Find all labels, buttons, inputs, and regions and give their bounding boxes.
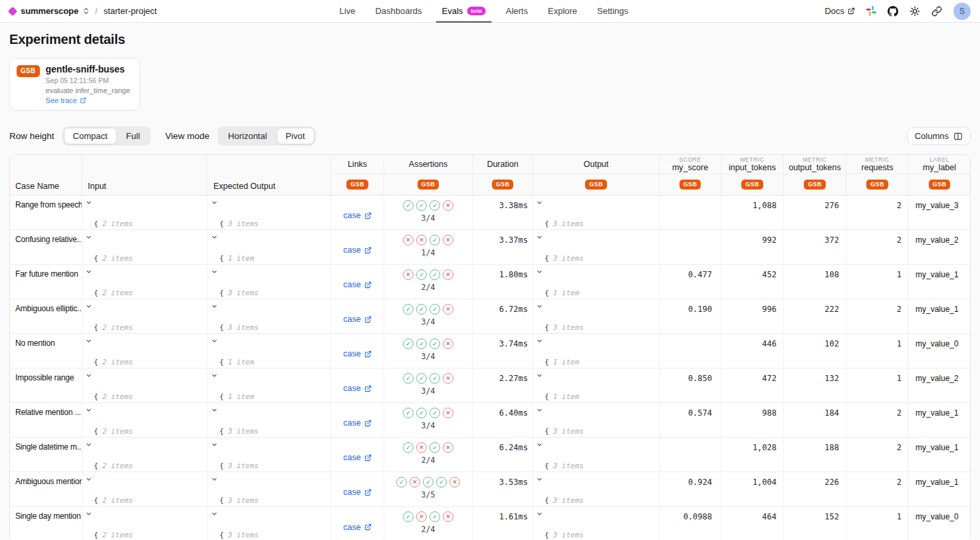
tab-dashboards[interactable]: Dashboards — [366, 0, 430, 22]
assertion-fail-icon: ✕ — [443, 511, 453, 522]
case-link[interactable]: case — [343, 444, 371, 472]
assertion-icons: ✓✕✓✕ — [403, 442, 453, 453]
table-row[interactable]: Confusing relative... {2 items "prompt":… — [10, 230, 970, 265]
case-link[interactable]: case — [343, 305, 371, 333]
tab-live[interactable]: Live — [331, 0, 364, 22]
page-title: Experiment details — [9, 32, 971, 47]
chevron-down-icon[interactable] — [537, 476, 545, 506]
table-toolbar: Row height Compact Full View mode Horizo… — [9, 126, 971, 146]
chevron-down-icon[interactable] — [211, 407, 219, 437]
case-link[interactable]: case — [343, 340, 371, 368]
see-trace-link[interactable]: See trace — [46, 96, 130, 104]
column-header-duration[interactable]: Duration GSB — [473, 155, 533, 195]
case-link[interactable]: case — [343, 271, 371, 299]
columns-button[interactable]: Columns — [907, 127, 971, 145]
case-link[interactable]: case — [343, 409, 371, 437]
docs-link[interactable]: Docs — [824, 6, 855, 16]
tab-settings[interactable]: Settings — [588, 0, 637, 22]
case-link[interactable]: case — [343, 374, 371, 402]
github-button[interactable] — [888, 6, 898, 17]
table-row[interactable]: Ambiguous elliptic... {2 items "prompt":… — [10, 299, 970, 334]
case-link[interactable]: case — [343, 513, 371, 540]
table-row[interactable]: No mention {2 items "prompt": "Show me s… — [10, 334, 970, 368]
chevron-down-icon[interactable] — [86, 200, 94, 229]
column-header-input-tokens[interactable]: METRICinput_tokens GSB — [721, 155, 784, 195]
chevron-down-icon[interactable] — [86, 303, 94, 333]
column-header-expected-output[interactable]: Expected Output — [208, 155, 331, 195]
column-header-output-tokens[interactable]: METRICoutput_tokens GSB — [784, 155, 846, 195]
table-row[interactable]: Impossible range {2 items "prompt": "Che… — [10, 368, 970, 403]
assertion-fraction: 1/4 — [422, 248, 435, 257]
project-name[interactable]: starter-project — [104, 6, 157, 16]
view-mode-horizontal[interactable]: Horizontal — [219, 128, 277, 144]
column-header-my-label[interactable]: LABELmy_label GSB — [909, 155, 970, 195]
column-header-input[interactable]: Input — [82, 155, 208, 195]
external-link-icon — [364, 212, 372, 219]
chevron-down-icon[interactable] — [86, 511, 94, 540]
column-header-my-score[interactable]: SCOREmy_score GSB — [660, 155, 721, 195]
chevron-down-icon[interactable] — [211, 303, 219, 333]
chevron-down-icon[interactable] — [86, 476, 94, 506]
chevron-down-icon[interactable] — [211, 511, 219, 540]
chevron-down-icon[interactable] — [211, 338, 219, 368]
case-link[interactable]: case — [343, 478, 371, 506]
chevron-down-icon[interactable] — [537, 338, 545, 368]
chevron-down-icon[interactable] — [86, 442, 94, 472]
org-selector-icon[interactable] — [83, 7, 89, 15]
expected-output-cell: {3 items "min_timestamp_with_offset" 10-… — [208, 472, 331, 506]
chevron-down-icon[interactable] — [211, 442, 219, 472]
chevron-down-icon[interactable] — [211, 269, 219, 299]
table-row[interactable]: Single day mention {2 items "prompt": "I… — [10, 507, 970, 540]
row-height-full[interactable]: Full — [117, 128, 150, 144]
chevron-down-icon[interactable] — [537, 511, 545, 540]
assertion-pass-icon: ✓ — [403, 373, 414, 384]
case-link[interactable]: case — [343, 202, 371, 229]
chevron-down-icon[interactable] — [86, 269, 94, 299]
row-height-compact[interactable]: Compact — [64, 128, 117, 144]
assertion-pass-icon: ✓ — [403, 338, 414, 349]
column-header-requests[interactable]: METRICrequests GSB — [846, 155, 909, 195]
experiment-card[interactable]: GSB gentle-sniff-buses Sep 05 12:11:56 P… — [9, 58, 140, 110]
table-row[interactable]: Single datetime m... {2 items "prompt": … — [10, 438, 970, 472]
chevron-down-icon[interactable] — [537, 407, 545, 437]
theme-toggle-button[interactable] — [910, 6, 920, 17]
view-mode-pivot[interactable]: Pivot — [277, 128, 314, 144]
table-row[interactable]: Relative mention ... {2 items "prompt": … — [10, 403, 970, 438]
assertion-pass-icon: ✓ — [416, 338, 427, 349]
case-link[interactable]: case — [343, 236, 371, 264]
chevron-down-icon[interactable] — [86, 372, 94, 402]
tab-evals[interactable]: Evals beta — [433, 0, 495, 22]
column-header-case-name[interactable]: Case Name — [10, 155, 82, 195]
chevron-down-icon[interactable] — [86, 338, 94, 368]
table-row[interactable]: Range from speech {2 items "prompt": "I … — [10, 196, 970, 230]
input-cell: {2 items "prompt": "Check logs from Janu… — [82, 265, 208, 299]
tab-explore[interactable]: Explore — [539, 0, 586, 22]
chevron-down-icon[interactable] — [211, 372, 219, 402]
column-header-assertions[interactable]: Assertions GSB — [384, 155, 473, 195]
chevron-down-icon[interactable] — [537, 200, 545, 229]
table-row[interactable]: Far future mention {2 items "prompt": "C… — [10, 265, 970, 299]
chevron-down-icon[interactable] — [537, 234, 545, 264]
assertions-cell: ✓✕✓✕ 2/4 — [384, 438, 473, 472]
chevron-down-icon[interactable] — [537, 303, 545, 333]
column-header-output[interactable]: Output GSB — [533, 155, 660, 195]
chevron-down-icon[interactable] — [537, 269, 545, 299]
copy-link-button[interactable] — [931, 6, 942, 17]
links-cell: case — [331, 368, 384, 402]
chevron-down-icon[interactable] — [86, 234, 94, 264]
experiment-badge: GSB — [17, 65, 40, 77]
chevron-down-icon[interactable] — [211, 200, 219, 229]
chevron-down-icon[interactable] — [211, 476, 219, 506]
chevron-down-icon[interactable] — [537, 372, 545, 402]
case-name: Single datetime m... — [10, 438, 82, 472]
chevron-down-icon[interactable] — [537, 442, 545, 472]
chevron-down-icon[interactable] — [211, 234, 219, 264]
slack-button[interactable] — [866, 6, 876, 16]
output-tokens-cell: 188 — [784, 438, 846, 472]
column-header-links[interactable]: Links GSB — [331, 155, 384, 195]
tab-alerts[interactable]: Alerts — [497, 0, 537, 22]
user-avatar[interactable]: S — [953, 3, 971, 20]
table-row[interactable]: Ambiguous mention {2 items "prompt": "Ch… — [10, 472, 970, 507]
chevron-down-icon[interactable] — [86, 407, 94, 437]
org-switcher[interactable]: summerscope — [21, 6, 78, 16]
